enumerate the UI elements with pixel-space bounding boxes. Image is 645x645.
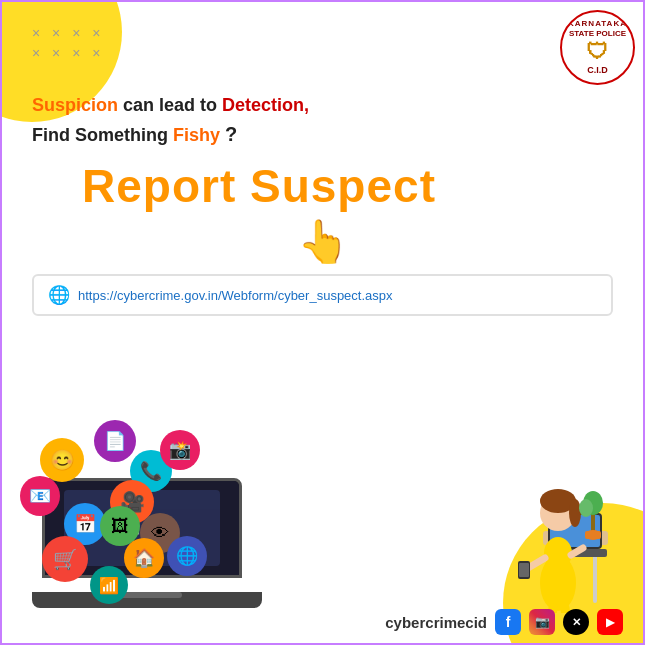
tagline-question: ? (225, 123, 237, 145)
footer-brand: cybercrimecid (385, 614, 487, 631)
svg-line-11 (528, 558, 545, 568)
svg-rect-16 (519, 563, 529, 577)
instagram-icon[interactable]: 📷 (529, 609, 555, 635)
icon-home: 🏠 (124, 538, 164, 578)
url-box[interactable]: 🌐 https://cybercrime.gov.in/Webform/cybe… (32, 274, 613, 316)
report-suspect-title: Report Suspect (82, 159, 613, 213)
tagline: Suspicion can lead to Detection, Find So… (32, 92, 613, 149)
tagline-text1: can lead to (118, 95, 222, 115)
icon-globe: 🌐 (167, 536, 207, 576)
police-logo: KARNATAKA STATE POLICE 🛡 C.I.D (560, 10, 635, 85)
x-twitter-icon[interactable]: ✕ (563, 609, 589, 635)
main-content: Suspicion can lead to Detection, Find So… (32, 92, 613, 316)
footer: cybercrimecid f 📷 ✕ ▶ (385, 609, 623, 635)
svg-point-10 (544, 537, 572, 569)
icon-email: 📧 (20, 476, 60, 516)
pointer-icon: 👆 (32, 217, 613, 266)
x-marks-decoration: × × × × × × × × (32, 24, 104, 63)
icon-camera: 📸 (160, 430, 200, 470)
facebook-icon[interactable]: f (495, 609, 521, 635)
svg-point-9 (569, 499, 581, 527)
icon-cart: 🛒 (42, 536, 88, 582)
tagline-fishy: Fishy (173, 125, 220, 145)
woman-illustration (483, 413, 613, 613)
svg-point-19 (579, 499, 593, 517)
globe-icon: 🌐 (48, 284, 70, 306)
youtube-icon[interactable]: ▶ (597, 609, 623, 635)
tagline-detection: Detection, (222, 95, 309, 115)
icon-wifi: 📶 (90, 566, 128, 604)
tagline-text2: Find Something (32, 125, 173, 145)
illustration-area: 📊 📈 😊 📧 📅 🛒 📄 📞 🎥 👁 🖼 🏠 🌐 📸 📶 (12, 388, 352, 608)
icon-doc: 📄 (94, 420, 136, 462)
tagline-suspicion: Suspicion (32, 95, 118, 115)
main-container: × × × × × × × × KARNATAKA STATE POLICE 🛡… (0, 0, 645, 645)
url-link[interactable]: https://cybercrime.gov.in/Webform/cyber_… (78, 288, 393, 303)
icon-smile: 😊 (40, 438, 84, 482)
svg-rect-21 (585, 531, 601, 539)
